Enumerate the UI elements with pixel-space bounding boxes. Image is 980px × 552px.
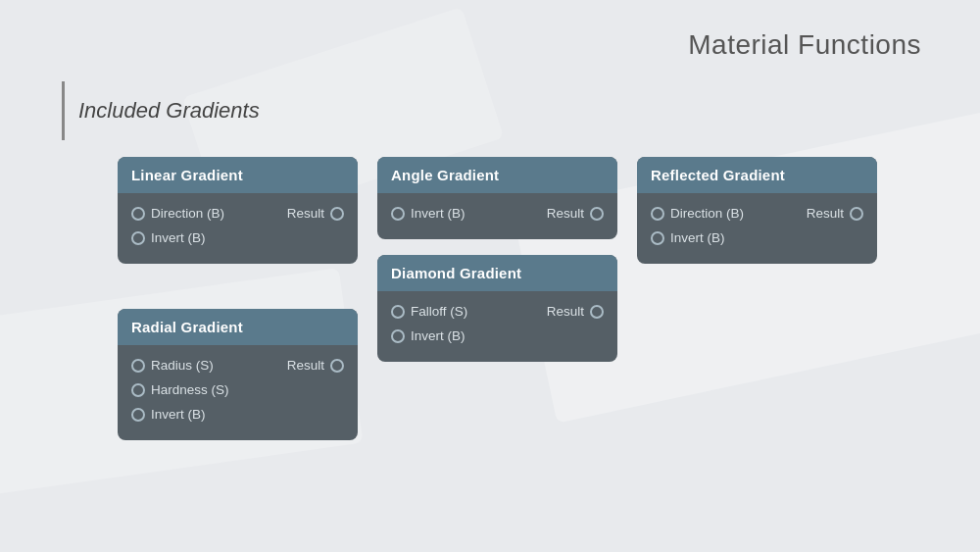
port-icon-right — [590, 305, 604, 319]
card-row: Radius (S) Result — [131, 353, 344, 377]
port-label: Result — [547, 206, 584, 221]
card-row: Invert (B) — [131, 402, 344, 427]
port-label: Result — [807, 206, 844, 221]
section-title: Included Gradients — [78, 98, 260, 124]
card-row: Invert (B) — [651, 226, 863, 250]
port-icon — [391, 207, 405, 221]
card-row: Invert (B) — [391, 324, 604, 348]
port-label: Invert (B) — [151, 230, 206, 245]
port-label: Direction (B) — [151, 206, 224, 221]
port-hardness-s: Hardness (S) — [131, 382, 259, 397]
card-linear-gradient-body: Direction (B) Result Invert (B) — [118, 193, 358, 264]
card-radial-gradient-body: Radius (S) Result Hardness (S) Invert (B… — [118, 345, 358, 440]
section-header: Included Gradients — [62, 81, 260, 140]
card-diamond-gradient: Diamond Gradient Falloff (S) Result Inve… — [377, 255, 617, 362]
port-label: Result — [547, 304, 584, 319]
port-icon-right — [850, 207, 863, 221]
card-diamond-gradient-title: Diamond Gradient — [377, 255, 617, 291]
port-icon — [391, 329, 405, 343]
card-angle-gradient-body: Invert (B) Result — [377, 193, 617, 239]
port-label: Invert (B) — [151, 407, 206, 422]
port-falloff-s: Falloff (S) — [391, 304, 518, 319]
card-row: Direction (B) Result — [131, 201, 344, 226]
port-invert-b: Invert (B) — [131, 230, 259, 245]
port-invert-b: Invert (B) — [391, 328, 518, 343]
port-icon-right — [330, 359, 344, 373]
card-row: Hardness (S) — [131, 377, 344, 402]
port-icon — [131, 207, 145, 221]
port-icon — [131, 383, 145, 397]
port-result: Result — [287, 358, 344, 373]
card-angle-gradient: Angle Gradient Invert (B) Result — [377, 157, 617, 239]
port-icon — [131, 359, 145, 373]
card-radial-gradient-title: Radial Gradient — [118, 309, 358, 345]
port-icon — [391, 305, 405, 319]
card-row: Invert (B) — [131, 226, 344, 250]
card-reflected-gradient-body: Direction (B) Result Invert (B) — [637, 193, 877, 264]
card-row: Falloff (S) Result — [391, 299, 604, 324]
card-linear-gradient-title: Linear Gradient — [118, 157, 358, 193]
page-title: Material Functions — [688, 29, 921, 61]
port-label: Invert (B) — [411, 206, 466, 221]
section-bar — [62, 81, 65, 140]
port-label: Invert (B) — [411, 328, 466, 343]
card-reflected-gradient: Reflected Gradient Direction (B) Result … — [637, 157, 877, 264]
port-invert-b: Invert (B) — [131, 407, 259, 422]
port-invert-b: Invert (B) — [651, 230, 778, 245]
port-result: Result — [547, 206, 604, 221]
port-icon-right — [330, 207, 344, 221]
port-direction-b: Direction (B) — [131, 206, 259, 221]
port-label: Radius (S) — [151, 358, 214, 373]
card-radial-gradient: Radial Gradient Radius (S) Result Hardne… — [118, 309, 358, 440]
port-radius-s: Radius (S) — [131, 358, 259, 373]
port-result: Result — [287, 206, 344, 221]
port-label: Falloff (S) — [411, 304, 467, 319]
port-result: Result — [807, 206, 863, 221]
port-icon-right — [590, 207, 604, 221]
port-label: Direction (B) — [670, 206, 744, 221]
card-row: Invert (B) Result — [391, 201, 604, 226]
card-angle-gradient-title: Angle Gradient — [377, 157, 617, 193]
port-invert-b: Invert (B) — [391, 206, 518, 221]
port-icon — [651, 207, 664, 221]
port-result: Result — [547, 304, 604, 319]
port-label: Hardness (S) — [151, 382, 229, 397]
port-label: Invert (B) — [670, 230, 725, 245]
port-icon — [131, 231, 145, 245]
card-linear-gradient: Linear Gradient Direction (B) Result Inv… — [118, 157, 358, 264]
port-icon — [651, 231, 664, 245]
port-label: Result — [287, 358, 324, 373]
card-row: Direction (B) Result — [651, 201, 863, 226]
card-diamond-gradient-body: Falloff (S) Result Invert (B) — [377, 291, 617, 362]
port-direction-b: Direction (B) — [651, 206, 778, 221]
card-reflected-gradient-title: Reflected Gradient — [637, 157, 877, 193]
port-label: Result — [287, 206, 324, 221]
port-icon — [131, 408, 145, 422]
